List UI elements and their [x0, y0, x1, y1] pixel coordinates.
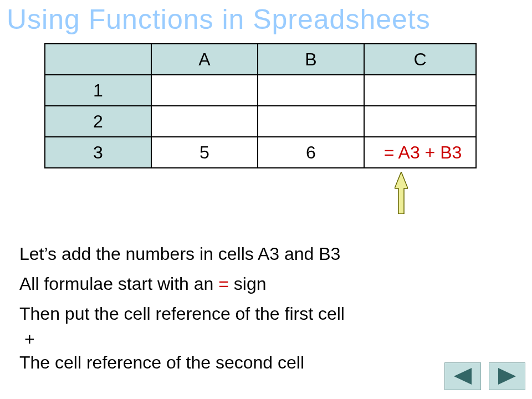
row-header-1: 1 [45, 75, 151, 106]
nav-buttons [444, 362, 525, 390]
line2-equals: = [218, 274, 229, 294]
instruction-line-3: Then put the cell reference of the first… [19, 304, 345, 324]
page-title: Using Functions in Spreadsheets [7, 3, 525, 35]
corner-cell [45, 44, 151, 75]
line2-part-c: sign [229, 274, 267, 294]
triangle-right-icon [498, 368, 516, 385]
next-button[interactable] [489, 362, 525, 390]
col-header-b: B [258, 44, 364, 75]
instruction-line-5: The cell reference of the second cell [19, 352, 304, 373]
table-header-row: A B C [45, 44, 476, 75]
table-row: 1 [45, 75, 476, 106]
cell-b2 [258, 106, 364, 137]
col-header-a: A [151, 44, 258, 75]
spreadsheet-table: A B C 1 2 3 5 6 = A3 + B3 [44, 43, 477, 168]
instruction-line-4: + [24, 329, 35, 350]
cell-c3-formula: = A3 + B3 [364, 137, 476, 168]
line2-part-a: All formulae start with an [19, 274, 218, 294]
triangle-left-icon [454, 368, 472, 385]
cell-b3: 6 [258, 137, 364, 168]
table-row: 2 [45, 106, 476, 137]
svg-marker-0 [395, 172, 408, 214]
cell-a3: 5 [151, 137, 258, 168]
row-header-3: 3 [45, 137, 151, 168]
cell-a1 [151, 75, 258, 106]
col-header-c: C [364, 44, 476, 75]
pointer-arrow-icon [395, 172, 408, 214]
cell-c2 [364, 106, 476, 137]
svg-marker-1 [454, 368, 472, 385]
instruction-line-1: Let’s add the numbers in cells A3 and B3 [19, 244, 340, 264]
prev-button[interactable] [444, 362, 481, 390]
slide: Using Functions in Spreadsheets A B C 1 … [0, 0, 532, 399]
cell-b1 [258, 75, 364, 106]
row-header-2: 2 [45, 106, 151, 137]
cell-a2 [151, 106, 258, 137]
table-row: 3 5 6 = A3 + B3 [45, 137, 476, 168]
instruction-line-2: All formulae start with an = sign [19, 274, 267, 294]
cell-c1 [364, 75, 476, 106]
svg-marker-2 [498, 368, 516, 385]
